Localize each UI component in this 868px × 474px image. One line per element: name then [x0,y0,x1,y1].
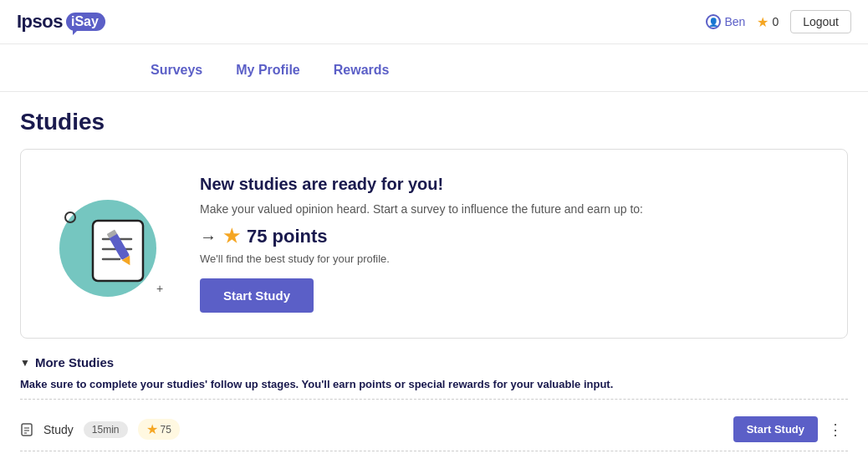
logo-ipsos-text: Ipsos [17,11,63,33]
header: Ipsos iSay 👤 Ben ★ 0 Logout [0,0,868,44]
nav-item-rewards[interactable]: Rewards [317,58,406,83]
header-right: 👤 Ben ★ 0 Logout [706,10,851,33]
follow-up-notice: Make sure to complete your studies' foll… [20,378,848,400]
svg-rect-12 [22,424,32,436]
page-title: Studies [20,109,848,135]
user-name: Ben [724,15,745,28]
points-star-icon: ★ [223,226,240,247]
page-content: Studies + + [0,92,868,468]
points-row: → ★ 75 points [200,226,822,247]
more-options-button[interactable]: ⋮ [823,417,848,442]
study-points-badge: ★ 75 [138,419,180,440]
points-display: ★ 0 [757,14,779,30]
card-content: New studies are ready for you! Make your… [200,175,822,313]
card-description: Make your valued opinion heard. Start a … [200,202,822,216]
study-row-actions: Start Study ⋮ [733,416,848,442]
study-points-value: 75 [161,424,171,436]
logo-isay-text: iSay [66,13,105,31]
nav-item-my-profile[interactable]: My Profile [219,58,316,83]
study-start-study-button[interactable]: Start Study [733,416,818,442]
chevron-down-icon: ▼ [20,357,30,369]
svg-text:+: + [156,282,163,295]
points-subtext: We'll find the best study for your profi… [200,252,822,265]
logo: Ipsos iSay [17,11,105,33]
badge-star-icon: ★ [146,421,158,437]
study-duration-badge: 15min [84,421,128,438]
star-icon: ★ [757,14,768,30]
more-studies-toggle[interactable]: ▼ More Studies [20,355,848,370]
nav: Surveys My Profile Rewards [0,44,868,92]
more-studies-label: More Studies [35,355,114,370]
user-link[interactable]: 👤 Ben [706,14,745,29]
logout-button[interactable]: Logout [790,10,851,33]
user-icon: 👤 [706,14,721,29]
card-title: New studies are ready for you! [200,175,822,194]
arrow-icon: → [200,227,217,247]
study-document-icon [20,423,33,436]
studies-illustration: + + [41,177,175,311]
nav-item-surveys[interactable]: Surveys [134,58,219,83]
user-points: 0 [772,15,779,28]
study-name-label: Study [43,423,74,436]
studies-card: + + New studies are ready for you! [20,149,848,339]
points-value: 75 points [247,226,328,247]
start-study-button[interactable]: Start Study [200,278,314,313]
table-row: Study 15min ★ 75 Start Study ⋮ [20,408,848,451]
